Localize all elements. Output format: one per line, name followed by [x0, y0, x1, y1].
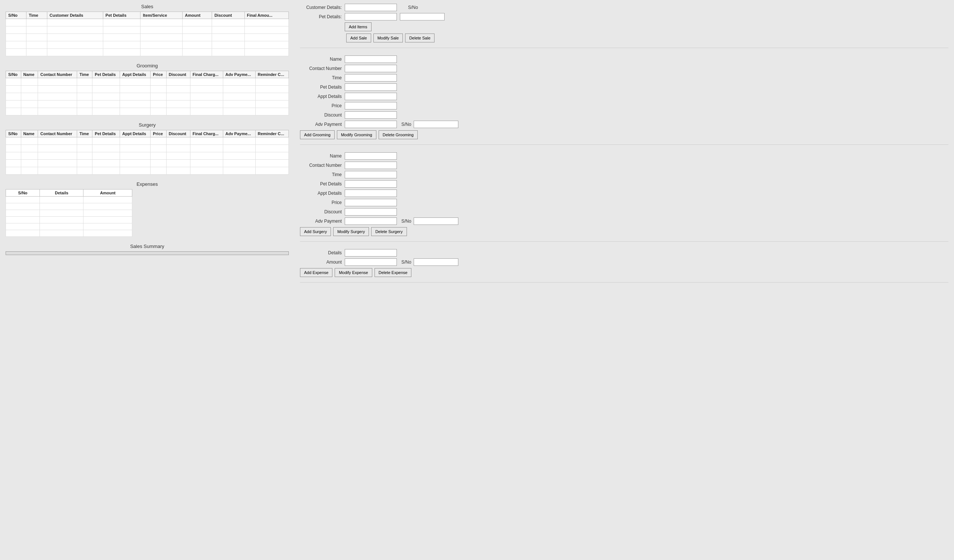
expenses-col-details: Details	[40, 190, 83, 197]
grooming-name-input[interactable]	[345, 56, 397, 63]
grooming-col-price: Price	[151, 71, 167, 78]
grooming-empty-row-4	[6, 101, 289, 108]
surgery-pet-row: Pet Details	[300, 180, 948, 188]
expenses-action-row: Add Expense Modify Expense Delete Expens…	[300, 268, 948, 277]
grooming-sno-input[interactable]	[414, 121, 458, 128]
surgery-contact-input[interactable]	[345, 162, 397, 169]
surgery-col-name: Name	[21, 130, 38, 137]
sales-customer-row: Customer Details: S/No	[300, 4, 948, 11]
surgery-price-input[interactable]	[345, 199, 397, 206]
grooming-adv-input[interactable]	[345, 121, 397, 128]
grooming-time-row: Time	[300, 74, 948, 82]
grooming-time-input[interactable]	[345, 74, 397, 82]
grooming-appt-input[interactable]	[345, 93, 397, 100]
expenses-details-row: Details	[300, 249, 948, 257]
modify-expense-button[interactable]: Modify Expense	[335, 268, 372, 277]
modify-sale-button[interactable]: Modify Sale	[373, 34, 403, 42]
grooming-empty-row-5	[6, 108, 289, 115]
delete-expense-button[interactable]: Delete Expense	[374, 268, 412, 277]
sales-col-final: Final Amou...	[245, 12, 288, 19]
add-expense-button[interactable]: Add Expense	[300, 268, 332, 277]
grooming-col-pet: Pet Details	[92, 71, 120, 78]
expenses-empty-row-1	[6, 197, 132, 203]
surgery-empty-row-3	[6, 152, 289, 160]
sales-table: S/No Time Customer Details Pet Details I…	[6, 12, 289, 56]
surgery-sno-label: S/No	[401, 219, 412, 224]
grooming-name-label: Name	[300, 57, 345, 62]
grooming-empty-row-2	[6, 86, 289, 93]
surgery-discount-input[interactable]	[345, 208, 397, 216]
grooming-col-name: Name	[21, 71, 38, 78]
add-items-button[interactable]: Add Items	[345, 22, 371, 31]
surgery-contact-label: Contact Number	[300, 163, 345, 168]
surgery-appt-row: Appt Details	[300, 190, 948, 197]
surgery-action-row: Add Surgery Modify Surgery Delete Surger…	[300, 227, 948, 236]
surgery-pet-label: Pet Details	[300, 181, 345, 187]
expenses-table: S/No Details Amount	[6, 189, 132, 237]
sales-form: Customer Details: S/No Pet Details: Add …	[300, 4, 948, 48]
grooming-col-appt: Appt Details	[120, 71, 151, 78]
delete-sale-button[interactable]: Delete Sale	[405, 34, 435, 42]
sales-col-pet: Pet Details	[103, 12, 140, 19]
expenses-details-input[interactable]	[345, 249, 397, 257]
surgery-table: S/No Name Contact Number Time Pet Detail…	[6, 130, 289, 175]
sales-sno-input[interactable]	[400, 13, 444, 20]
sales-summary-scrollbar[interactable]	[6, 251, 289, 255]
grooming-col-discount: Discount	[166, 71, 190, 78]
surgery-col-price: Price	[151, 130, 167, 137]
grooming-price-input[interactable]	[345, 102, 397, 109]
surgery-adv-input[interactable]	[345, 218, 397, 225]
add-grooming-button[interactable]: Add Grooming	[300, 130, 335, 139]
surgery-adv-label: Adv Payment	[300, 219, 345, 224]
grooming-pet-label: Pet Details	[300, 84, 345, 90]
surgery-sno-input[interactable]	[414, 218, 458, 225]
grooming-empty-row-1	[6, 78, 289, 86]
surgery-discount-label: Discount	[300, 209, 345, 215]
surgery-col-final: Final Charg...	[190, 130, 223, 137]
grooming-price-label: Price	[300, 103, 345, 108]
sales-customer-input[interactable]	[345, 4, 397, 11]
grooming-time-label: Time	[300, 75, 345, 81]
surgery-title: Surgery	[6, 122, 289, 128]
expenses-details-label: Details	[300, 250, 345, 255]
surgery-empty-row-1	[6, 137, 289, 145]
expenses-amount-input[interactable]	[345, 258, 397, 266]
surgery-contact-row: Contact Number	[300, 162, 948, 169]
main-container: Sales S/No Time Customer Details Pet Det…	[0, 0, 954, 560]
add-surgery-button[interactable]: Add Surgery	[300, 227, 331, 236]
delete-grooming-button[interactable]: Delete Grooming	[379, 130, 418, 139]
surgery-name-label: Name	[300, 153, 345, 159]
sales-action-row: Add Sale Modify Sale Delete Sale	[300, 34, 948, 42]
sales-col-item: Item/Service	[140, 12, 182, 19]
sales-pet-row: Pet Details:	[300, 13, 948, 20]
grooming-action-row: Add Grooming Modify Grooming Delete Groo…	[300, 130, 948, 139]
grooming-col-final: Final Charg...	[190, 71, 223, 78]
surgery-name-input[interactable]	[345, 152, 397, 160]
sales-pet-input[interactable]	[345, 13, 397, 20]
surgery-time-input[interactable]	[345, 171, 397, 178]
surgery-col-pet: Pet Details	[92, 130, 120, 137]
add-sale-button[interactable]: Add Sale	[346, 34, 371, 42]
surgery-col-appt: Appt Details	[120, 130, 151, 137]
surgery-appt-input[interactable]	[345, 190, 397, 197]
grooming-contact-input[interactable]	[345, 65, 397, 72]
surgery-col-contact: Contact Number	[38, 130, 77, 137]
modify-grooming-button[interactable]: Modify Grooming	[337, 130, 376, 139]
sales-section: Sales S/No Time Customer Details Pet Det…	[6, 4, 289, 56]
expenses-form: Details Amount S/No Add Expense Modify E…	[300, 249, 948, 283]
grooming-col-adv: Adv Payme...	[223, 71, 255, 78]
grooming-pet-input[interactable]	[345, 83, 397, 91]
sales-pet-label: Pet Details:	[300, 14, 345, 19]
expenses-sno-input[interactable]	[414, 258, 458, 266]
surgery-name-row: Name	[300, 152, 948, 160]
surgery-pet-input[interactable]	[345, 180, 397, 188]
expenses-empty-row-3	[6, 210, 132, 217]
expenses-empty-row-2	[6, 203, 132, 210]
grooming-empty-row-3	[6, 93, 289, 101]
expenses-col-sno: S/No	[6, 190, 40, 197]
sales-empty-row-3	[6, 34, 289, 41]
modify-surgery-button[interactable]: Modify Surgery	[333, 227, 369, 236]
grooming-discount-input[interactable]	[345, 111, 397, 119]
delete-surgery-button[interactable]: Delete Surgery	[371, 227, 407, 236]
grooming-adv-label: Adv Payment	[300, 122, 345, 127]
